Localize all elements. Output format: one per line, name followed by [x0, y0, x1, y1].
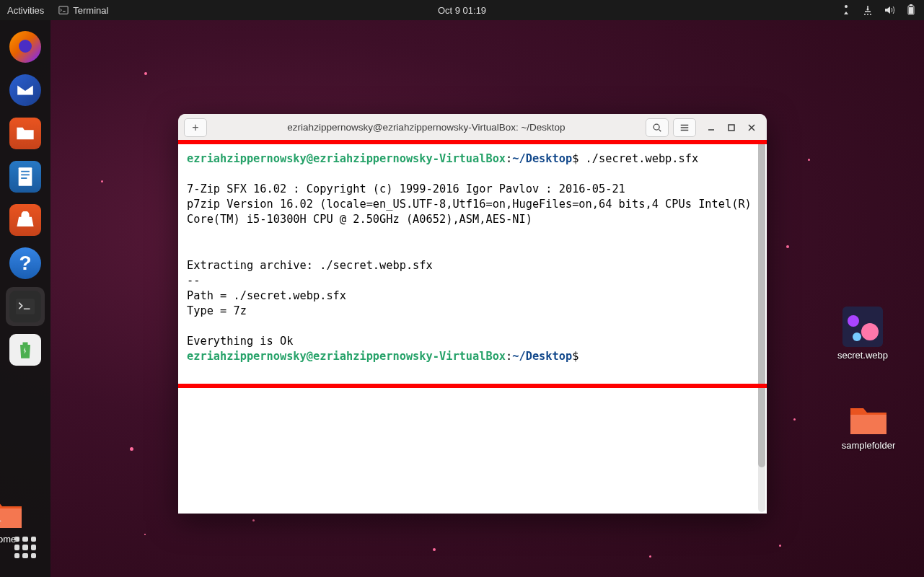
svg-rect-6	[19, 167, 32, 186]
bg-star	[252, 519, 255, 521]
bg-star	[649, 555, 651, 558]
bg-star	[101, 180, 103, 182]
terminal-icon	[58, 5, 69, 15]
desktop-icon-label: samplefolder	[842, 440, 895, 451]
dock-item-firefox[interactable]	[6, 27, 45, 66]
bg-star	[130, 447, 133, 451]
folder-icon	[848, 402, 889, 437]
svg-rect-9	[21, 177, 27, 179]
network-icon[interactable]	[862, 4, 874, 16]
maximize-button[interactable]	[726, 123, 736, 133]
dock-item-software[interactable]	[6, 201, 45, 239]
dock-item-trash[interactable]	[6, 330, 45, 369]
scrollbar-thumb[interactable]	[758, 141, 765, 467]
desktop-icon-samplefolder[interactable]: samplefolder	[836, 402, 901, 451]
terminal-line: ezriahzippernowsky@ezriahzippernowsky-Vi…	[187, 349, 758, 364]
terminal-window: + ezriahzippernowsky@ezriahzippernowsky-…	[178, 114, 767, 514]
svg-rect-5	[909, 7, 913, 14]
battery-icon[interactable]	[905, 4, 917, 16]
svg-rect-10	[16, 299, 35, 314]
bg-star	[144, 534, 146, 535]
bg-star	[786, 245, 789, 248]
svg-point-13	[654, 124, 659, 130]
dock-item-help[interactable]: ?	[6, 244, 45, 283]
desktop-icon-secret-webp[interactable]: secret.webp	[830, 307, 895, 361]
prompt-cwd: ~/Desktop	[512, 350, 572, 363]
desktop-icon-label: secret.webp	[837, 350, 888, 361]
terminal-app-icon	[9, 291, 41, 322]
bg-star	[808, 159, 810, 161]
new-tab-button[interactable]: +	[184, 118, 207, 137]
bg-star	[779, 545, 781, 547]
clock[interactable]: Oct 9 01:19	[438, 5, 486, 16]
prompt-user-host: ezriahzippernowsky@ezriahzippernowsky-Vi…	[187, 350, 506, 363]
menu-button[interactable]	[673, 118, 696, 137]
svg-rect-12	[0, 508, 22, 528]
firefox-icon	[9, 31, 41, 63]
search-button[interactable]	[646, 118, 669, 137]
active-app-indicator[interactable]: Terminal	[58, 5, 108, 16]
software-icon	[9, 204, 41, 236]
svg-rect-8	[21, 175, 30, 176]
scrollbar[interactable]	[758, 141, 765, 512]
command-output: 7-Zip SFX 16.02 : Copyright (c) 1999-201…	[187, 167, 758, 349]
accessibility-icon[interactable]	[840, 4, 852, 16]
desktop-icon-label: Home	[0, 534, 16, 545]
files-icon	[9, 118, 41, 149]
home-icon	[0, 515, 3, 529]
bg-star	[793, 418, 796, 420]
bg-star	[144, 72, 147, 75]
command-text: ./secret.webp.sfx	[586, 152, 699, 165]
svg-point-2	[867, 9, 869, 11]
svg-point-1	[845, 5, 848, 8]
image-file-icon	[842, 307, 883, 347]
writer-icon	[9, 161, 41, 193]
dock-item-terminal[interactable]	[6, 287, 45, 326]
svg-rect-14	[729, 125, 734, 131]
terminal-output-area[interactable]: ezriahzippernowsky@ezriahzippernowsky-Vi…	[178, 141, 767, 514]
svg-rect-11	[850, 415, 886, 434]
prompt-cwd: ~/Desktop	[512, 152, 572, 165]
terminal-line: ezriahzippernowsky@ezriahzippernowsky-Vi…	[187, 151, 758, 167]
folder-icon	[0, 496, 24, 531]
desktop-icon-home[interactable]: Home	[0, 496, 36, 545]
bg-star	[433, 548, 436, 551]
prompt-user-host: ezriahzippernowsky@ezriahzippernowsky-Vi…	[187, 152, 506, 165]
top-panel: Activities Terminal Oct 9 01:19	[0, 0, 924, 20]
window-title: ezriahzippernowsky@ezriahzippernowsky-Vi…	[207, 122, 646, 133]
svg-rect-7	[21, 171, 30, 172]
svg-rect-4	[910, 4, 912, 6]
dock-item-files[interactable]	[6, 114, 45, 153]
dock-item-writer[interactable]	[6, 157, 45, 196]
svg-rect-0	[59, 6, 68, 14]
close-button[interactable]	[747, 123, 757, 133]
dock-item-thunderbird[interactable]	[6, 71, 45, 110]
trash-icon	[9, 334, 41, 366]
active-app-name: Terminal	[73, 5, 108, 16]
thunderbird-icon	[9, 74, 41, 106]
minimize-button[interactable]	[706, 123, 716, 133]
activities-button[interactable]: Activities	[7, 5, 44, 16]
volume-icon[interactable]	[884, 4, 895, 16]
help-icon: ?	[9, 247, 41, 279]
dock: ?	[0, 20, 50, 577]
window-titlebar[interactable]: + ezriahzippernowsky@ezriahzippernowsky-…	[178, 114, 767, 141]
